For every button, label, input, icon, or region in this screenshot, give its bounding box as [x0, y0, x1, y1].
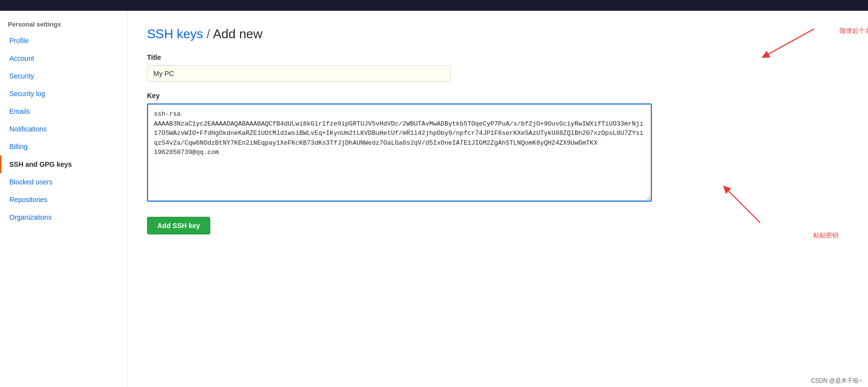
- add-ssh-key-button[interactable]: Add SSH key: [147, 217, 210, 234]
- sidebar: Personal settings ProfileAccountSecurity…: [0, 11, 127, 387]
- top-bar: [0, 0, 868, 11]
- key-textarea[interactable]: [147, 103, 652, 202]
- footer: CSDN @是木子啦~: [805, 375, 868, 387]
- annotation-title-text: 随便起个名字: [840, 26, 868, 35]
- main-content: SSH keys / Add new Title 随便起个名字 Key: [127, 11, 868, 387]
- title-input[interactable]: [147, 65, 451, 82]
- sidebar-item-account[interactable]: Account: [0, 50, 127, 67]
- key-label: Key: [147, 92, 848, 100]
- page-title-ssh: SSH keys: [147, 26, 203, 41]
- title-form-group: Title 随便起个名字: [147, 53, 848, 82]
- key-form-group: Key 粘贴密钥: [147, 92, 848, 203]
- sidebar-item-emails[interactable]: Emails: [0, 103, 127, 120]
- sidebar-nav: ProfileAccountSecuritySecurity logEmails…: [0, 32, 127, 226]
- sidebar-item-notifications[interactable]: Notifications: [0, 120, 127, 138]
- title-label: Title: [147, 53, 848, 61]
- sidebar-item-repositories[interactable]: Repositories: [0, 191, 127, 208]
- annotation-key-text: 粘贴密钥: [813, 231, 839, 240]
- sidebar-item-profile[interactable]: Profile: [0, 32, 127, 50]
- sidebar-item-security-log[interactable]: Security log: [0, 85, 127, 103]
- sidebar-item-security[interactable]: Security: [0, 67, 127, 85]
- layout: Personal settings ProfileAccountSecurity…: [0, 11, 868, 387]
- add-btn-container: Add SSH key: [147, 213, 848, 234]
- sidebar-item-blocked-users[interactable]: Blocked users: [0, 173, 127, 191]
- sidebar-item-ssh-gpg-keys[interactable]: SSH and GPG keys: [0, 155, 127, 173]
- page-title: SSH keys / Add new: [147, 26, 848, 42]
- page-title-sep: /: [203, 26, 213, 41]
- page-title-addnew: Add new: [213, 26, 262, 41]
- sidebar-item-billing[interactable]: Billing: [0, 138, 127, 155]
- sidebar-item-organizations[interactable]: Organizations: [0, 208, 127, 226]
- sidebar-header: Personal settings: [0, 16, 127, 32]
